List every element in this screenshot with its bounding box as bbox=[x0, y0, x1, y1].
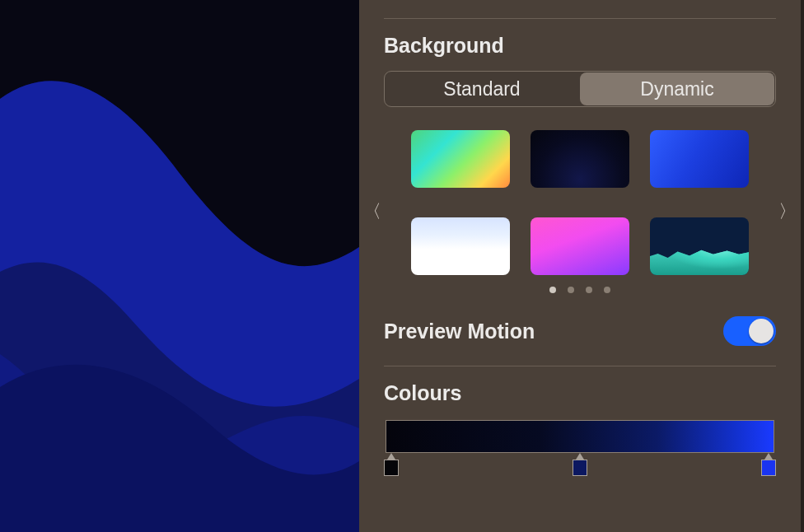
wallpaper-preview-image bbox=[0, 0, 359, 532]
preview-motion-label: Preview Motion bbox=[384, 320, 535, 343]
background-mode-segmented[interactable]: Standard Dynamic bbox=[384, 71, 776, 107]
bg-thumb-rainbow-gradient[interactable] bbox=[411, 130, 510, 188]
page-dot[interactable] bbox=[549, 287, 556, 293]
page-dot[interactable] bbox=[568, 287, 574, 293]
colour-gradient-editor[interactable] bbox=[384, 420, 776, 478]
toggle-knob bbox=[749, 319, 774, 343]
chevron-left-icon[interactable]: 〈 bbox=[362, 199, 382, 224]
wallpaper-preview bbox=[0, 0, 359, 532]
divider bbox=[384, 366, 776, 366]
colours-section-title: Colours bbox=[384, 381, 776, 405]
bg-thumb-teal-mountains[interactable] bbox=[650, 217, 749, 275]
segment-dynamic[interactable]: Dynamic bbox=[580, 72, 774, 105]
page-dot[interactable] bbox=[604, 287, 610, 293]
background-thumbnail-grid bbox=[384, 130, 776, 275]
colour-gradient-bar[interactable] bbox=[386, 420, 774, 453]
preview-motion-row: Preview Motion bbox=[384, 315, 776, 348]
divider bbox=[384, 18, 776, 19]
preview-motion-toggle[interactable] bbox=[723, 316, 776, 346]
gradient-stop[interactable] bbox=[573, 460, 587, 476]
segment-standard[interactable]: Standard bbox=[385, 72, 579, 106]
chevron-right-icon[interactable]: 〉 bbox=[778, 199, 797, 224]
colours-section: Colours bbox=[384, 381, 776, 478]
bg-thumb-pink-purple-gradient[interactable] bbox=[531, 217, 629, 275]
settings-panel: Background Standard Dynamic 〈 〉 Preview … bbox=[359, 0, 804, 532]
page-dot[interactable] bbox=[586, 287, 592, 293]
background-section-title: Background bbox=[384, 34, 776, 58]
bg-thumb-dark-blue-clouds[interactable] bbox=[531, 130, 629, 188]
bg-thumb-vivid-blue[interactable] bbox=[650, 130, 749, 188]
gradient-stop[interactable] bbox=[384, 460, 399, 476]
background-carousel: 〈 〉 bbox=[384, 130, 776, 293]
carousel-page-dots bbox=[384, 287, 776, 293]
gradient-stop[interactable] bbox=[761, 460, 776, 476]
bg-thumb-white-sky[interactable] bbox=[411, 217, 510, 275]
